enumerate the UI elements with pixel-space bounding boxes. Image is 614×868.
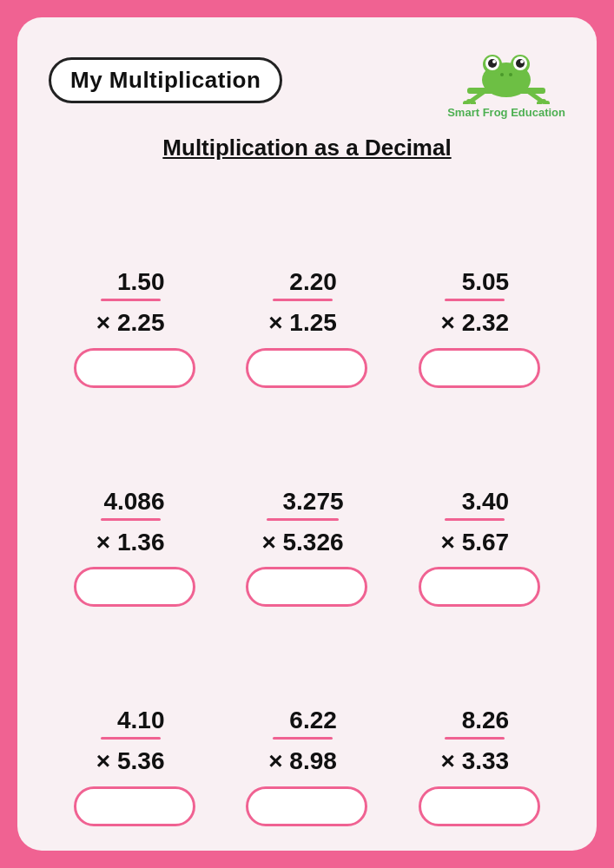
svg-point-6 (516, 59, 525, 68)
problem-numbers-2-1: 6.22× 8.98 (268, 704, 346, 778)
problem-top: 2.20 (289, 266, 337, 299)
answer-box[interactable] (74, 567, 195, 607)
logo: Smart Frog Education (447, 42, 565, 119)
problem-bottom: × 5.36 (96, 745, 165, 778)
answer-box[interactable] (246, 567, 367, 607)
svg-point-8 (520, 60, 524, 63)
logo-text: Smart Frog Education (447, 106, 565, 119)
answer-box[interactable] (74, 786, 195, 826)
problems-row-0: 1.50× 2.252.20× 1.255.05× 2.32 (49, 177, 565, 388)
problem-top: 5.05 (462, 266, 510, 299)
problem-top: 3.40 (462, 485, 510, 518)
problem-divider (101, 737, 161, 740)
problem-top: 4.10 (117, 704, 165, 737)
page-title: My Multiplication (70, 67, 261, 93)
problem-top: 3.275 (283, 485, 344, 518)
subtitle: Multiplication as a Decimal (49, 135, 565, 161)
problem-top: 4.086 (103, 485, 164, 518)
problem-0-2: 5.05× 2.32 (393, 266, 565, 388)
answer-box[interactable] (419, 348, 540, 388)
answer-box[interactable] (419, 567, 540, 607)
problem-divider (445, 518, 505, 521)
problem-bottom: × 2.25 (96, 306, 165, 339)
problem-numbers-1-2: 3.40× 5.67 (441, 485, 518, 559)
svg-point-5 (488, 59, 497, 68)
svg-point-9 (500, 73, 504, 76)
problems-row-2: 4.10× 5.366.22× 8.988.26× 3.33 (49, 615, 565, 826)
svg-point-10 (509, 73, 512, 76)
problem-1-2: 3.40× 5.67 (393, 485, 565, 608)
problem-divider (445, 737, 505, 740)
problem-1-0: 4.086× 1.36 (49, 485, 221, 608)
problem-bottom: × 1.36 (96, 526, 165, 559)
problem-0-0: 1.50× 2.25 (49, 266, 221, 388)
problem-2-0: 4.10× 5.36 (49, 704, 221, 826)
problem-divider (101, 299, 161, 301)
problem-top: 8.26 (462, 704, 510, 737)
answer-box[interactable] (246, 348, 367, 388)
problem-bottom: × 3.33 (441, 745, 510, 778)
problem-2-1: 6.22× 8.98 (221, 704, 393, 826)
problem-top: 1.50 (117, 266, 165, 299)
answer-box[interactable] (246, 786, 367, 826)
problem-numbers-0-0: 1.50× 2.25 (96, 266, 174, 339)
problem-divider (273, 737, 333, 740)
problem-2-2: 8.26× 3.33 (393, 704, 565, 826)
answer-box[interactable] (74, 348, 195, 388)
svg-point-7 (492, 60, 496, 63)
problem-numbers-1-0: 4.086× 1.36 (96, 485, 174, 559)
page: My Multiplication (17, 17, 597, 851)
problem-top: 6.22 (289, 704, 337, 737)
problem-numbers-1-1: 3.275× 5.326 (261, 485, 352, 559)
problem-numbers-0-2: 5.05× 2.32 (441, 266, 518, 339)
problem-bottom: × 2.32 (441, 306, 510, 339)
problem-numbers-2-0: 4.10× 5.36 (96, 704, 174, 778)
problem-bottom: × 5.326 (261, 526, 343, 559)
problem-1-1: 3.275× 5.326 (221, 485, 393, 608)
problems-row-1: 4.086× 1.363.275× 5.3263.40× 5.67 (49, 397, 565, 608)
problem-numbers-2-2: 8.26× 3.33 (441, 704, 518, 778)
problem-bottom: × 5.67 (441, 526, 510, 559)
problem-bottom: × 1.25 (268, 306, 337, 339)
problems-section: 1.50× 2.252.20× 1.255.05× 2.324.086× 1.3… (49, 177, 565, 826)
title-badge: My Multiplication (49, 57, 282, 103)
problem-divider (445, 299, 505, 301)
header: My Multiplication (49, 42, 565, 119)
frog-icon (463, 42, 550, 104)
problem-numbers-0-1: 2.20× 1.25 (268, 266, 346, 339)
problem-divider (267, 518, 339, 521)
problem-bottom: × 8.98 (268, 745, 337, 778)
problem-divider (273, 299, 333, 301)
problem-0-1: 2.20× 1.25 (221, 266, 393, 388)
problem-divider (101, 518, 161, 521)
answer-box[interactable] (419, 786, 540, 826)
